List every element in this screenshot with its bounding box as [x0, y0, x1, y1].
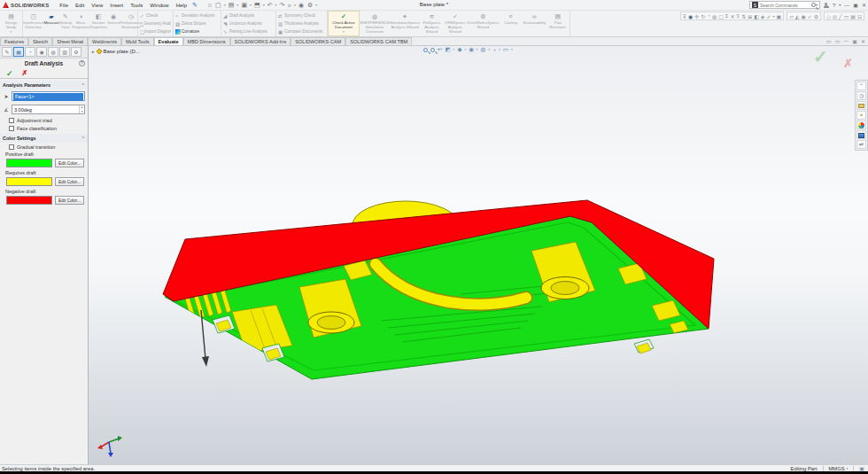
- close-button[interactable]: ✕: [862, 2, 866, 8]
- simulationxpress-button[interactable]: ✦SimulationXpress Analysis Wizard: [390, 11, 420, 36]
- grid-icon[interactable]: ⊞: [748, 13, 752, 19]
- tool5-icon[interactable]: ⚙: [814, 13, 818, 19]
- configurationmanager-tab[interactable]: ◔: [25, 47, 35, 57]
- draft-angle-field[interactable]: ▲▼: [12, 105, 85, 114]
- check-button[interactable]: ✓Check: [140, 12, 171, 19]
- menu-file[interactable]: File: [56, 2, 72, 9]
- collapse-icon[interactable]: ⌃: [81, 82, 85, 88]
- options-gear-icon[interactable]: ⚙: [306, 2, 314, 9]
- driveworksxpress-button[interactable]: ⚙DriveWorksXpress Wizard: [467, 11, 499, 36]
- save-icon[interactable]: ▣: [239, 2, 249, 9]
- gradual-transition-checkbox[interactable]: [9, 144, 14, 150]
- spinner-down-icon[interactable]: ▼: [80, 110, 84, 114]
- tab-solidworks-cam-tbm[interactable]: SOLIDWORKS CAM TBM: [345, 37, 412, 45]
- new-document-icon[interactable]: ▢: [213, 2, 223, 9]
- minimize-button[interactable]: —: [844, 3, 849, 8]
- menu-window[interactable]: Window: [146, 2, 172, 9]
- direction-selection-box[interactable]: Face<1>: [12, 91, 85, 101]
- measure2-icon[interactable]: ◧: [754, 13, 759, 19]
- costing-button[interactable]: ¤Costing: [499, 11, 523, 36]
- tool4-icon[interactable]: ✓: [808, 13, 812, 19]
- menu-edit[interactable]: Edit: [72, 2, 88, 9]
- mass-properties-button[interactable]: ◑Mass Properties: [72, 11, 89, 36]
- adjustment-triad-checkbox[interactable]: [9, 118, 14, 123]
- doc-window2-icon[interactable]: ▭: [835, 38, 841, 44]
- tab-sheet-metal[interactable]: Sheet Metal: [52, 37, 88, 45]
- pan-icon[interactable]: ✛: [694, 13, 699, 19]
- tool7-icon[interactable]: ◎: [833, 13, 837, 19]
- featuremanager-tab[interactable]: ✎: [2, 47, 12, 57]
- search-commands-box[interactable]: S ▾: [749, 1, 820, 9]
- undercut-analysis-button[interactable]: ◥Undercut Analysis: [223, 19, 274, 27]
- home-icon[interactable]: ⌂: [206, 2, 213, 8]
- cam-feature-tree-tab[interactable]: ▥: [59, 47, 70, 57]
- model-3d[interactable]: [89, 46, 868, 464]
- cancel-button[interactable]: ✗: [22, 69, 28, 77]
- negative-edit-color-button[interactable]: Edit Color...: [55, 196, 84, 205]
- measure-button[interactable]: ▰Measure: [43, 11, 58, 36]
- material-icon[interactable]: ✕: [731, 13, 735, 19]
- pin-icon[interactable]: ✎: [192, 2, 198, 9]
- tab-mold-tools[interactable]: Mold Tools: [121, 37, 154, 45]
- units-dropdown-icon[interactable]: ▾: [847, 467, 849, 470]
- floxpress-button[interactable]: ≋FloXpress Analysis Wizard: [420, 11, 444, 36]
- positive-edit-color-button[interactable]: Edit Color...: [55, 159, 84, 167]
- face-classification-checkbox[interactable]: [9, 126, 14, 131]
- help-question-icon[interactable]: ?: [79, 60, 85, 66]
- dfmxpress-button[interactable]: ✓DFMXpress Analysis Wizard: [444, 11, 468, 36]
- import-diagnostics-button[interactable]: ▢Import Diagnostics: [140, 27, 171, 35]
- search-scope-icon[interactable]: S: [752, 2, 758, 8]
- menu-view[interactable]: View: [88, 2, 106, 9]
- swap-icon[interactable]: ⇅: [741, 13, 746, 19]
- tool10-icon[interactable]: ▤: [850, 13, 856, 19]
- mate-icon[interactable]: ◈: [761, 13, 765, 19]
- tool11-icon[interactable]: ⊡: [857, 13, 862, 19]
- custom-properties-status-icon[interactable]: ▣: [859, 465, 864, 471]
- tab-solidworks-cam[interactable]: SOLIDWORKS CAM: [291, 37, 345, 45]
- doc-restore-button[interactable]: ▣: [852, 38, 857, 44]
- flag-icon[interactable]: ✓: [766, 13, 771, 19]
- display-icon[interactable]: ▣: [777, 13, 782, 19]
- dropdown-icon[interactable]: ▾: [773, 14, 775, 19]
- sustainability-button[interactable]: ∞Sustainability: [523, 11, 546, 36]
- propertymanager-tab[interactable]: ▤: [13, 47, 24, 57]
- tab-solidworks-add-ins[interactable]: SOLIDWORKS Add-Ins: [230, 37, 291, 45]
- angle-spinner[interactable]: ▲▼: [79, 105, 84, 113]
- restore-button[interactable]: ▣: [853, 2, 858, 8]
- design-study-button[interactable]: ▤ Design Study ▾: [0, 11, 22, 36]
- compare-documents-button[interactable]: ▣Compare Documents: [278, 27, 325, 35]
- tab-weldments[interactable]: Weldments: [88, 37, 121, 45]
- collapse-icon2[interactable]: ⌃: [81, 136, 85, 141]
- menu-insert[interactable]: Insert: [106, 2, 127, 9]
- redo-icon[interactable]: ↷: [278, 2, 287, 9]
- part-reviewer-button[interactable]: ▤Part Reviewer: [546, 11, 570, 36]
- tool2-icon[interactable]: ◭: [795, 13, 800, 19]
- menu-tools[interactable]: Tools: [127, 2, 146, 9]
- thickness-analysis-button[interactable]: ▥Thickness Analysis: [278, 19, 325, 27]
- annotation-icon[interactable]: ▢: [718, 13, 724, 19]
- tool8-icon[interactable]: ╱: [839, 13, 842, 19]
- sensor-button[interactable]: ◉Sensor: [107, 11, 120, 36]
- geometry-analysis-button[interactable]: △Geometry Analysis: [140, 19, 171, 27]
- reorder-icon[interactable]: ≡: [737, 13, 740, 19]
- curvature-button[interactable]: Curvature: [175, 27, 219, 35]
- tool9-icon[interactable]: ▭: [844, 13, 849, 19]
- help-icon[interactable]: ?: [833, 3, 835, 8]
- scene-icon[interactable]: ◍: [712, 13, 717, 19]
- symmetry-check-button[interactable]: ⇄Symmetry Check: [278, 12, 325, 19]
- tool1-icon[interactable]: ▱: [789, 13, 794, 19]
- tab-features[interactable]: Features: [0, 37, 28, 45]
- tool3-icon[interactable]: ◉: [801, 13, 805, 19]
- print-icon[interactable]: ⬒: [252, 2, 262, 9]
- section-properties-button[interactable]: ◧Section Properties: [89, 11, 107, 36]
- color-settings-header[interactable]: Color Settings ⌃: [0, 134, 88, 143]
- filter-icon[interactable]: ⊽: [683, 13, 686, 19]
- appearance-icon[interactable]: ◔: [707, 13, 710, 19]
- open-icon[interactable]: ▤: [227, 2, 236, 9]
- tab-mbd-dimensions[interactable]: MBD Dimensions: [183, 37, 230, 45]
- interference-detection-button[interactable]: ◫Interference Detection: [23, 11, 43, 36]
- rebuild-icon[interactable]: ◉: [297, 2, 306, 9]
- markup-view-button[interactable]: ✎Markup View: [59, 11, 73, 36]
- draft-angle-input[interactable]: [12, 107, 79, 113]
- displaymanager-tab[interactable]: ◍: [48, 47, 58, 57]
